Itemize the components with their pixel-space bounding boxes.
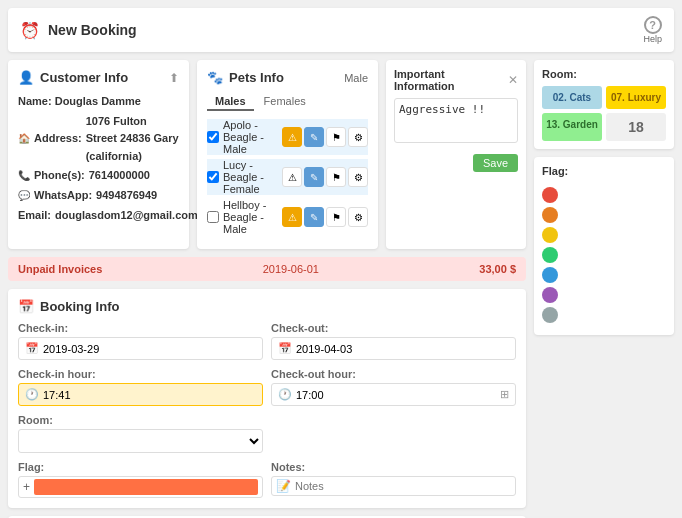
checkin-hour-field[interactable] bbox=[43, 389, 256, 401]
whatsapp-icon-sm: 💬 bbox=[18, 188, 30, 204]
close-icon[interactable]: ✕ bbox=[508, 73, 518, 87]
flag-dot-red[interactable] bbox=[542, 187, 558, 203]
tab-males[interactable]: Males bbox=[207, 93, 254, 111]
email-label: Email: bbox=[18, 207, 51, 225]
user-icon: 👤 bbox=[18, 70, 34, 85]
calendar-icon: 📅 bbox=[18, 299, 34, 314]
help-button[interactable]: ? Help bbox=[643, 16, 662, 44]
flag-panel-title: Flag: bbox=[542, 165, 666, 177]
checkin-hour-input[interactable]: 🕐 bbox=[18, 383, 263, 406]
room-card-cats[interactable]: 02. Cats bbox=[542, 86, 602, 109]
important-save-button[interactable]: Save bbox=[473, 154, 518, 172]
customer-info-panel: 👤 Customer Info ⬆ Name: Douglas Damme 🏠 … bbox=[8, 60, 189, 249]
pet-checkbox-0[interactable] bbox=[207, 131, 219, 143]
address-row: 🏠 Address: 1076 Fulton Street 24836 Gary… bbox=[18, 113, 179, 166]
notes-label: Notes: bbox=[271, 461, 516, 473]
help-label: Help bbox=[643, 34, 662, 44]
whatsapp-label: WhatsApp: bbox=[34, 187, 92, 205]
checkin-group: Check-in: 📅 bbox=[18, 322, 263, 360]
important-info-panel: Important Information ✕ Aggressive !! Sa… bbox=[386, 60, 526, 249]
room-selector-panel: Room: 02. Cats 07. Luxury 13. Garden 18 bbox=[534, 60, 674, 149]
pet-alert-btn-2[interactable]: ⚠ bbox=[282, 207, 302, 227]
pet-settings-btn-1[interactable]: ⚙ bbox=[348, 167, 368, 187]
whatsapp-row: 💬 WhatsApp: 9494876949 bbox=[18, 187, 179, 205]
pet-alert-btn-1[interactable]: ⚠ bbox=[282, 167, 302, 187]
pet-checkbox-2[interactable] bbox=[207, 211, 219, 223]
email-row: Email: douglasdom12@gmail.com bbox=[18, 207, 179, 225]
notes-icon: 📝 bbox=[276, 479, 291, 493]
notes-input[interactable] bbox=[295, 480, 511, 492]
pet-edit-btn-2[interactable]: ✎ bbox=[304, 207, 324, 227]
checkout-group: Check-out: 📅 bbox=[271, 322, 516, 360]
pet-edit-btn-0[interactable]: ✎ bbox=[304, 127, 324, 147]
checkin-field[interactable] bbox=[43, 343, 256, 355]
flag-label: Flag: bbox=[18, 461, 263, 473]
pet-actions-1: ⚠ ✎ ⚑ ⚙ bbox=[282, 167, 368, 187]
pet-actions-2: ⚠ ✎ ⚑ ⚙ bbox=[282, 207, 368, 227]
important-textarea[interactable]: Aggressive !! bbox=[394, 98, 518, 143]
checkout-input[interactable]: 📅 bbox=[271, 337, 516, 360]
checkout-field[interactable] bbox=[296, 343, 509, 355]
tab-females[interactable]: Females bbox=[256, 93, 314, 111]
flag-dot-green[interactable] bbox=[542, 247, 558, 263]
gender-label: Male bbox=[344, 72, 368, 84]
customer-details: Name: Douglas Damme 🏠 Address: 1076 Fult… bbox=[18, 93, 179, 224]
checkout-hour-field[interactable] bbox=[296, 389, 434, 401]
room-grid: 02. Cats 07. Luxury 13. Garden 18 bbox=[542, 86, 666, 141]
flag-color-display bbox=[34, 479, 258, 495]
header-left: ⏰ New Booking bbox=[20, 21, 137, 40]
room-card-18[interactable]: 18 bbox=[606, 113, 666, 141]
whatsapp-value: 9494876949 bbox=[96, 187, 157, 205]
clock-icon: ⏰ bbox=[20, 21, 40, 40]
flag-add-icon[interactable]: + bbox=[23, 480, 30, 494]
page-title: New Booking bbox=[48, 22, 137, 38]
flag-dot-yellow[interactable] bbox=[542, 227, 558, 243]
pet-settings-btn-2[interactable]: ⚙ bbox=[348, 207, 368, 227]
pet-name-0: Apolo - Beagle - Male bbox=[223, 119, 278, 155]
checkout-label: Check-out: bbox=[271, 322, 516, 334]
pet-edit-btn-1[interactable]: ✎ bbox=[304, 167, 324, 187]
unpaid-invoices-bar: Unpaid Invoices 2019-06-01 33,00 $ bbox=[8, 257, 526, 281]
checkin-input[interactable]: 📅 bbox=[18, 337, 263, 360]
pet-settings-btn-0[interactable]: ⚙ bbox=[348, 127, 368, 147]
phone-label: Phone(s): bbox=[34, 167, 85, 185]
checkout-hour-input[interactable]: 🕐 ⊞ bbox=[271, 383, 516, 406]
pet-row-0: Apolo - Beagle - Male ⚠ ✎ ⚑ ⚙ bbox=[207, 119, 368, 155]
pet-alert-btn-0[interactable]: ⚠ bbox=[282, 127, 302, 147]
flag-dot-purple[interactable] bbox=[542, 287, 558, 303]
flag-dot-gray[interactable] bbox=[542, 307, 558, 323]
phone-row: 📞 Phone(s): 7614000000 bbox=[18, 167, 179, 185]
room-label: Room: bbox=[18, 414, 263, 426]
clock-icon-sm: 🕐 bbox=[25, 388, 39, 401]
unpaid-date: 2019-06-01 bbox=[263, 263, 319, 275]
pet-name-2: Hellboy - Beagle - Male bbox=[223, 199, 278, 235]
address-value: 1076 Fulton Street 24836 Gary (californi… bbox=[86, 113, 179, 166]
flag-dots bbox=[542, 183, 666, 327]
room-card-luxury[interactable]: 07. Luxury bbox=[606, 86, 666, 109]
address-label: Address: bbox=[34, 130, 82, 148]
flag-notes-row: Flag: + Notes: 📝 bbox=[18, 461, 516, 498]
flag-dot-blue[interactable] bbox=[542, 267, 558, 283]
checkin-label: Check-in: bbox=[18, 322, 263, 334]
important-header: Important Information ✕ bbox=[394, 68, 518, 92]
room-select[interactable] bbox=[18, 429, 263, 453]
pet-flag-btn-1[interactable]: ⚑ bbox=[326, 167, 346, 187]
booking-title: 📅 Booking Info bbox=[18, 299, 119, 314]
home-icon: 🏠 bbox=[18, 131, 30, 147]
room-card-garden[interactable]: 13. Garden bbox=[542, 113, 602, 141]
expand-clock-icon[interactable]: ⊞ bbox=[500, 388, 509, 401]
flag-dot-orange[interactable] bbox=[542, 207, 558, 223]
right-panels: Room: 02. Cats 07. Luxury 13. Garden 18 … bbox=[534, 60, 674, 518]
pet-actions-0: ⚠ ✎ ⚑ ⚙ bbox=[282, 127, 368, 147]
unpaid-label: Unpaid Invoices bbox=[18, 263, 102, 275]
pet-row-1: Lucy - Beagle - Female ⚠ ✎ ⚑ ⚙ bbox=[207, 159, 368, 195]
upload-icon[interactable]: ⬆ bbox=[169, 71, 179, 85]
pets-title: 🐾 Pets Info bbox=[207, 70, 284, 85]
checkin-cal-icon: 📅 bbox=[25, 342, 39, 355]
pet-checkbox-1[interactable] bbox=[207, 171, 219, 183]
important-title: Important Information bbox=[394, 68, 508, 92]
pet-flag-btn-2[interactable]: ⚑ bbox=[326, 207, 346, 227]
notes-group: Notes: 📝 bbox=[271, 461, 516, 498]
pet-flag-btn-0[interactable]: ⚑ bbox=[326, 127, 346, 147]
clock-icon-sm2: 🕐 bbox=[278, 388, 292, 401]
